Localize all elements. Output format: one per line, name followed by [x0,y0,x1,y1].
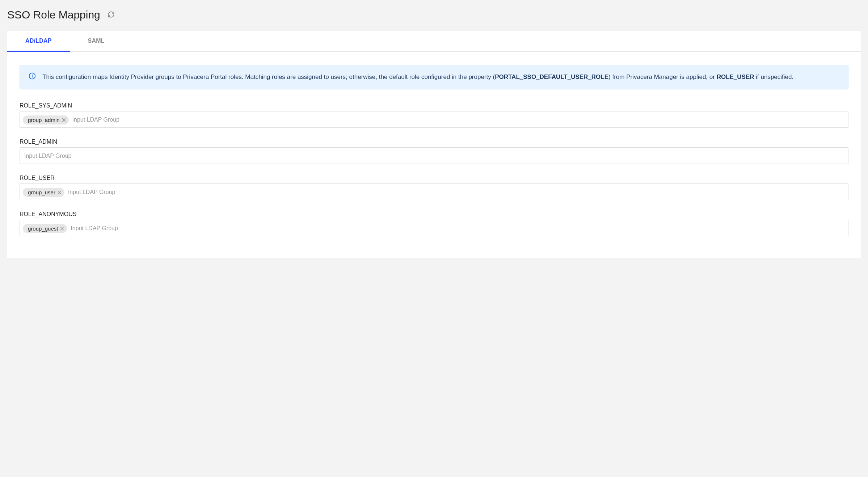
role-label: ROLE_ANONYMOUS [20,211,848,218]
tag-remove-icon[interactable] [62,118,66,122]
tabs-bar: AD/LDAP SAML [7,31,861,52]
tag-input-user[interactable]: group_user [20,183,848,200]
tab-ad-ldap[interactable]: AD/LDAP [7,31,70,52]
info-text-after: if unspecified. [754,73,794,80]
info-text-mid: ) from Privacera Manager is applied, or [608,73,717,80]
tag-remove-icon[interactable] [58,190,62,194]
role-section-anonymous: ROLE_ANONYMOUS group_guest [20,211,848,236]
tab-saml[interactable]: SAML [70,31,123,52]
ldap-group-input[interactable] [23,150,845,162]
tag-text: group_guest [28,225,58,232]
tab-content: This configuration maps Identity Provide… [7,52,861,258]
main-card: AD/LDAP SAML This configuration maps Ide… [7,31,861,258]
info-text-bold2: ROLE_USER [717,73,754,80]
tag-input-anonymous[interactable]: group_guest [20,220,848,236]
role-section-user: ROLE_USER group_user [20,175,848,200]
role-label: ROLE_ADMIN [20,139,848,145]
tag-text: group_admin [28,117,60,123]
role-label: ROLE_SYS_ADMIN [20,102,848,109]
ldap-group-input[interactable] [71,114,845,126]
role-section-admin: ROLE_ADMIN [20,139,848,164]
tag-remove-icon[interactable] [60,227,64,231]
page-header: SSO Role Mapping [7,9,861,21]
role-section-sys-admin: ROLE_SYS_ADMIN group_admin [20,102,848,128]
info-text-bold1: PORTAL_SSO_DEFAULT_USER_ROLE [495,73,608,80]
tag-input-admin[interactable] [20,147,848,164]
info-text: This configuration maps Identity Provide… [42,72,793,82]
page-title: SSO Role Mapping [7,9,100,21]
svg-point-2 [32,74,32,75]
ldap-group-input[interactable] [67,186,845,198]
tag-text: group_user [28,189,55,195]
role-label: ROLE_USER [20,175,848,181]
ldap-group-input[interactable] [69,222,845,235]
page-root: SSO Role Mapping AD/LDAP SAML [0,0,868,280]
refresh-button[interactable] [106,9,116,21]
info-icon [29,72,36,80]
info-box: This configuration maps Identity Provide… [20,65,848,89]
tag: group_user [23,188,64,197]
info-text-part1: This configuration maps Identity Provide… [42,73,495,80]
tag: group_admin [23,115,69,124]
refresh-icon [108,11,115,19]
tag: group_guest [23,224,67,233]
tag-input-sys-admin[interactable]: group_admin [20,111,848,128]
